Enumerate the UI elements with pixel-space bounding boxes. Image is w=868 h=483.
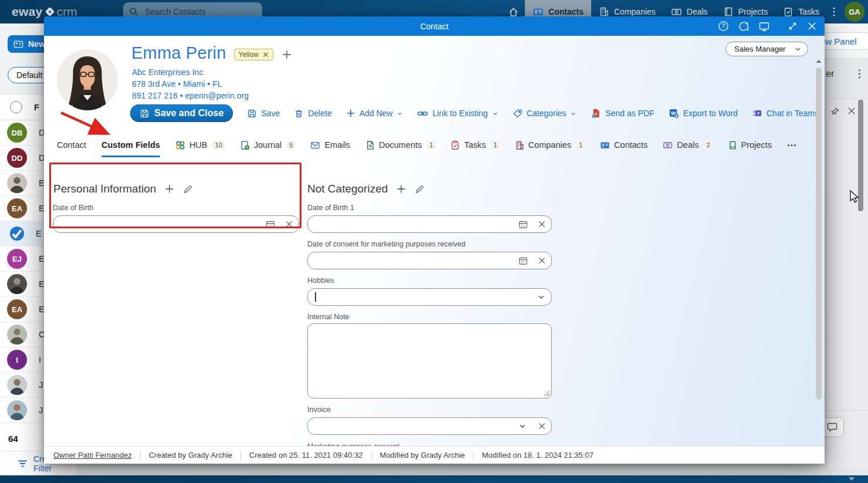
dialog-scrollbar[interactable] <box>815 58 823 460</box>
chevron-down-icon <box>396 110 403 117</box>
nav-label: Companies <box>614 7 656 16</box>
tab-deals[interactable]: Deals 2 <box>663 137 712 153</box>
background-scrollbar-thumb[interactable] <box>858 100 863 211</box>
avatar: DB <box>7 123 27 143</box>
tab-custom-fields[interactable]: Custom Fields <box>101 137 160 153</box>
avatar-photo <box>7 375 27 395</box>
tabs-more-icon[interactable] <box>787 137 796 153</box>
tab-tasks[interactable]: Tasks 1 <box>450 137 499 153</box>
dialog-toolbar: Save and Close Save Delete Add New <box>130 104 825 122</box>
tab-contacts[interactable]: Contacts <box>600 137 647 153</box>
save-button[interactable]: Save <box>247 109 280 119</box>
contact-company-link[interactable]: Abc Enterprises Inc <box>132 66 249 78</box>
export-to-word-button[interactable]: W Export to Word <box>669 108 738 119</box>
consent-date-input[interactable] <box>307 252 552 269</box>
category-tag-label: Yellow <box>239 50 259 59</box>
invoice-combobox[interactable] <box>307 417 552 435</box>
categories-button[interactable]: Categories <box>513 109 577 119</box>
tab-count: 5 <box>287 141 295 149</box>
chevron-down-icon[interactable] <box>537 293 545 301</box>
add-field-icon[interactable] <box>396 184 406 194</box>
add-category-icon[interactable] <box>281 49 293 60</box>
deals-icon <box>663 140 673 150</box>
panel-divider <box>825 410 868 411</box>
internal-note-textarea[interactable] <box>307 323 552 398</box>
field-label: Date of consent for marketing purposes r… <box>307 240 466 248</box>
clear-field-icon[interactable] <box>538 257 545 264</box>
edit-section-icon[interactable] <box>415 184 425 194</box>
nav-label: Projects <box>738 7 768 16</box>
avatar-photo <box>7 400 27 420</box>
categories-label: Categories <box>527 109 567 118</box>
maximize-icon[interactable] <box>787 21 798 32</box>
annotation-highlight-box <box>49 163 301 228</box>
save-label: Save <box>261 109 280 118</box>
help-icon[interactable]: ? <box>718 21 729 32</box>
avatar: DD <box>7 148 27 168</box>
avatar-photo <box>7 274 27 294</box>
category-tag[interactable]: Yellow <box>234 49 273 60</box>
section-not-categorized: Not Categorized <box>307 183 425 195</box>
select-all-circle[interactable] <box>10 101 22 113</box>
tab-emails[interactable]: Emails <box>310 137 350 153</box>
assistant-chat-icon[interactable] <box>738 21 750 32</box>
owner-link[interactable]: Owner Patti Fernandez <box>53 451 132 460</box>
save-and-close-button[interactable]: Save and Close <box>130 104 233 122</box>
contact-address[interactable]: 678 3rd Ave • Miami • FL <box>132 78 249 90</box>
delete-button[interactable]: Delete <box>294 109 331 119</box>
user-avatar[interactable]: GA <box>845 2 864 22</box>
calendar-icon[interactable] <box>518 220 528 229</box>
add-new-button[interactable]: Add New <box>346 109 404 118</box>
tab-documents[interactable]: Documents 1 <box>365 137 435 153</box>
close-icon[interactable] <box>807 21 817 31</box>
row-letter: J <box>39 380 43 390</box>
scroll-up-icon[interactable] <box>816 59 822 63</box>
resize-handle[interactable] <box>544 390 550 396</box>
clear-field-icon[interactable] <box>538 423 545 430</box>
send-as-pdf-label: Send as PDF <box>605 109 654 118</box>
new-panel-label: ew Panel <box>820 36 857 46</box>
tag-icon <box>513 109 523 119</box>
avatar: EA <box>7 198 27 218</box>
field-label: Invoice <box>307 406 331 414</box>
pin-icon[interactable] <box>829 106 840 117</box>
selected-check-icon[interactable] <box>10 227 24 241</box>
bottom-bar <box>0 475 868 483</box>
tab-hub[interactable]: HUB 10 <box>175 137 225 153</box>
nav-overflow-kebab-icon[interactable] <box>827 0 841 23</box>
contact-card-icon <box>13 39 23 49</box>
contact-phone-email[interactable]: 891 217 216 • eperin@perin.org <box>132 90 249 102</box>
chevron-down-icon[interactable] <box>518 422 527 430</box>
scrollbar-thumb[interactable] <box>816 67 822 400</box>
tab-companies[interactable]: Companies 1 <box>515 137 585 153</box>
save-icon <box>140 109 150 119</box>
field-label: Date of Birth 1 <box>307 204 354 212</box>
search-input[interactable] <box>144 6 243 17</box>
panel-close-icon[interactable] <box>847 106 856 116</box>
scroll-down-icon[interactable] <box>848 477 855 481</box>
link-icon <box>417 108 428 119</box>
footer-separator <box>240 451 241 460</box>
save-icon <box>247 109 257 119</box>
date-of-birth-1-input[interactable] <box>307 215 552 233</box>
role-selector[interactable]: Sales Manager <box>725 42 808 56</box>
send-as-pdf-button[interactable]: Send as PDF <box>591 108 654 119</box>
modified-on: Modified on 18. 1. 2024 21:35:07 <box>482 451 594 460</box>
link-to-existing-button[interactable]: Link to Existing <box>417 108 498 119</box>
clear-field-icon[interactable] <box>538 221 545 228</box>
tab-contact[interactable]: Contact <box>57 137 86 153</box>
avatar: EJ <box>7 249 27 269</box>
panel-kebab-icon[interactable] <box>858 69 861 79</box>
hobbies-combobox[interactable] <box>307 288 552 306</box>
dialog-body: Sales Manager Emma Perin <box>44 36 825 464</box>
remove-tag-icon[interactable] <box>263 52 269 58</box>
tab-journal[interactable]: Journal 5 <box>240 137 296 153</box>
contact-photo[interactable] <box>57 49 118 110</box>
dialog-titlebar[interactable]: Contact ? <box>44 16 825 36</box>
monitor-icon[interactable] <box>758 21 770 32</box>
avatar-photo <box>7 325 27 344</box>
chat-in-teams-button[interactable]: T Chat in Teams <box>752 108 819 119</box>
document-icon <box>365 140 375 150</box>
tab-projects[interactable]: Projects <box>728 137 772 153</box>
calendar-icon[interactable] <box>518 256 528 265</box>
